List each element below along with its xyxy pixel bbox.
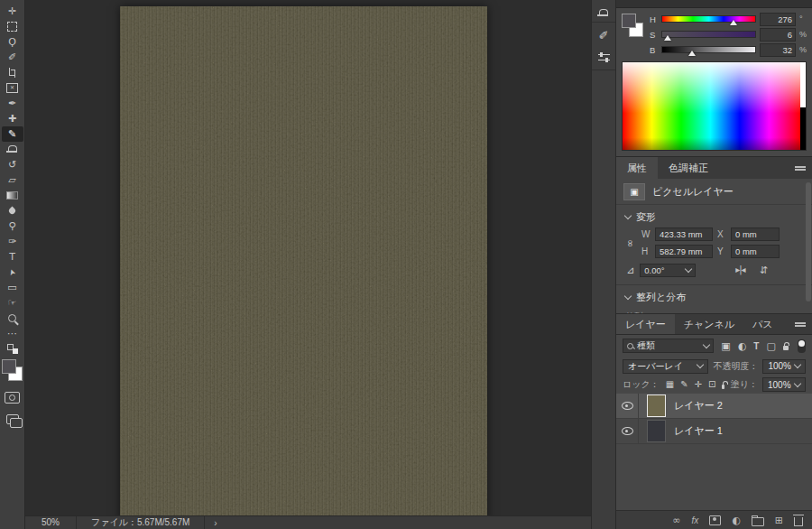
type-tool[interactable]: T bbox=[2, 249, 23, 264]
opacity-label: 不透明度： bbox=[713, 360, 758, 373]
edit-toolbar-button[interactable]: ⋯ bbox=[2, 326, 23, 341]
file-size-status: ファイル：5.67M/5.67M bbox=[77, 516, 205, 529]
eyedropper-tool[interactable]: ✒ bbox=[2, 96, 23, 111]
rectangular-marquee-tool[interactable] bbox=[2, 19, 23, 34]
layer-thumbnail[interactable] bbox=[647, 420, 666, 442]
canvas-stripe-overlay bbox=[120, 6, 487, 522]
lock-transparency-icon[interactable]: ▦ bbox=[666, 380, 674, 389]
saturation-slider[interactable] bbox=[661, 31, 756, 38]
hue-slider[interactable] bbox=[661, 15, 756, 23]
hand-tool[interactable]: ☞ bbox=[2, 295, 23, 311]
delete-layer-icon[interactable] bbox=[794, 517, 803, 526]
layer-name[interactable]: レイヤー 1 bbox=[674, 424, 723, 438]
blur-tool[interactable] bbox=[2, 203, 23, 218]
opacity-field[interactable]: 100% bbox=[762, 359, 806, 374]
zoom-level-field[interactable]: 50% bbox=[25, 516, 77, 529]
document-canvas[interactable] bbox=[120, 6, 487, 522]
tab-channels[interactable]: チャンネル bbox=[675, 314, 743, 334]
visibility-cell[interactable] bbox=[616, 394, 639, 418]
filter-smart-objects-icon[interactable] bbox=[783, 346, 789, 350]
opacity-value: 100% bbox=[768, 361, 791, 371]
blend-mode-select[interactable]: オーバーレイ bbox=[623, 359, 708, 374]
frame-tool[interactable] bbox=[2, 80, 23, 96]
pen-tool[interactable]: ✑ bbox=[2, 234, 23, 249]
properties-panel-menu-icon[interactable] bbox=[795, 166, 806, 168]
tab-adjustments[interactable]: 色調補正 bbox=[658, 157, 719, 179]
spot-healing-brush-tool[interactable]: ✚ bbox=[2, 111, 23, 126]
visibility-cell[interactable] bbox=[616, 419, 639, 443]
layer-style-fx-icon[interactable]: fx bbox=[691, 515, 698, 525]
brightness-slider[interactable] bbox=[661, 46, 756, 53]
layer-name[interactable]: レイヤー 2 bbox=[674, 399, 723, 413]
lock-pixels-icon[interactable]: ✎ bbox=[680, 380, 687, 389]
link-dimensions-toggle[interactable]: ∞ bbox=[623, 227, 637, 258]
transform-section-title: 変形 bbox=[636, 210, 656, 224]
new-adjustment-layer-icon[interactable]: ◐ bbox=[732, 515, 741, 525]
rotation-angle-field[interactable]: 0.00° bbox=[640, 264, 696, 277]
filter-pixel-layers-icon[interactable]: ▣ bbox=[721, 341, 730, 351]
quick-mask-mode-button[interactable] bbox=[5, 392, 20, 404]
width-field[interactable]: 423.33 mm bbox=[655, 227, 713, 241]
layer-filter-toggle[interactable] bbox=[798, 339, 806, 353]
x-field[interactable]: 0 mm bbox=[731, 227, 780, 241]
saturation-value-field[interactable]: 6 bbox=[760, 28, 796, 42]
zoom-tool[interactable] bbox=[2, 311, 23, 326]
height-field[interactable]: 582.79 mm bbox=[655, 245, 713, 258]
history-brush-tool[interactable]: ↺ bbox=[2, 157, 23, 172]
lasso-tool[interactable]: Ϙ bbox=[2, 34, 23, 50]
color-spectrum-picker[interactable] bbox=[622, 61, 807, 151]
lock-position-icon[interactable]: ✛ bbox=[695, 380, 702, 389]
swap-colors-button[interactable] bbox=[2, 341, 23, 357]
properties-scrollbar[interactable] bbox=[806, 182, 811, 302]
search-icon bbox=[627, 343, 633, 349]
tab-layers[interactable]: レイヤー bbox=[616, 314, 675, 334]
eraser-tool[interactable]: ▱ bbox=[2, 172, 23, 188]
lock-artboard-icon[interactable]: ⊡ bbox=[708, 380, 715, 389]
quick-selection-tool[interactable]: ✐ bbox=[2, 50, 23, 65]
foreground-color-swatch-small[interactable] bbox=[622, 14, 636, 28]
lock-row: ロック： ▦ ✎ ✛ ⊡ 塗り： 100% bbox=[616, 376, 812, 394]
brush-settings-panel-icon[interactable]: ✐ bbox=[599, 30, 609, 42]
filter-adjustment-layers-icon[interactable]: ◐ bbox=[738, 341, 747, 351]
frame-icon bbox=[6, 83, 18, 93]
new-group-icon[interactable] bbox=[752, 517, 764, 526]
status-bar: 50% ファイル：5.67M/5.67M › bbox=[25, 515, 591, 529]
fill-field[interactable]: 100% bbox=[762, 377, 806, 392]
screen-mode-button[interactable] bbox=[6, 414, 19, 424]
path-selection-tool[interactable]: ➤ bbox=[2, 264, 23, 280]
saturation-slider-thumb[interactable] bbox=[664, 35, 671, 41]
filter-type-layers-icon[interactable]: T bbox=[753, 341, 759, 351]
link-layers-icon[interactable]: ∞ bbox=[672, 515, 680, 525]
sliders-panel-icon[interactable] bbox=[598, 52, 610, 62]
y-field[interactable]: 0 mm bbox=[731, 245, 780, 258]
hue-slider-thumb[interactable] bbox=[730, 20, 737, 25]
layer-thumbnail[interactable] bbox=[647, 394, 666, 417]
hue-value-field[interactable]: 276 bbox=[760, 13, 796, 26]
brightness-slider-thumb[interactable] bbox=[688, 51, 696, 56]
rectangle-tool[interactable]: ▭ bbox=[2, 280, 23, 295]
brightness-value-field[interactable]: 32 bbox=[760, 43, 796, 57]
brush-tool[interactable]: ✎ bbox=[2, 126, 23, 142]
clone-source-panel-icon[interactable] bbox=[599, 9, 608, 14]
layer-row-1[interactable]: レイヤー 1 bbox=[616, 419, 812, 444]
layer-filter-kind-select[interactable]: 種類 bbox=[623, 339, 714, 353]
crop-tool[interactable] bbox=[2, 65, 23, 80]
align-section-header[interactable]: 整列と分布 bbox=[616, 285, 812, 304]
status-options-chevron[interactable]: › bbox=[205, 518, 226, 528]
layers-panel-menu-icon[interactable] bbox=[795, 322, 806, 324]
dodge-tool[interactable]: ⚲ bbox=[2, 218, 23, 234]
transform-section-header[interactable]: 変形 bbox=[616, 205, 812, 224]
clone-stamp-tool[interactable] bbox=[2, 142, 23, 157]
tab-properties[interactable]: 属性 bbox=[616, 157, 658, 179]
gradient-tool[interactable] bbox=[2, 188, 23, 203]
tab-paths[interactable]: パス bbox=[743, 314, 782, 334]
layer-row-2[interactable]: レイヤー 2 bbox=[616, 394, 812, 419]
move-tool[interactable]: ✛ bbox=[2, 4, 23, 19]
foreground-color-swatch[interactable] bbox=[2, 359, 16, 374]
flip-vertical-icon[interactable]: ⇵ bbox=[760, 265, 767, 275]
lock-all-icon[interactable] bbox=[722, 385, 724, 389]
filter-shape-layers-icon[interactable]: ▢ bbox=[766, 341, 775, 351]
add-layer-mask-icon[interactable] bbox=[709, 515, 721, 525]
flip-horizontal-icon[interactable]: ▸|◂ bbox=[735, 265, 744, 275]
new-layer-icon[interactable]: ⊞ bbox=[775, 515, 783, 525]
